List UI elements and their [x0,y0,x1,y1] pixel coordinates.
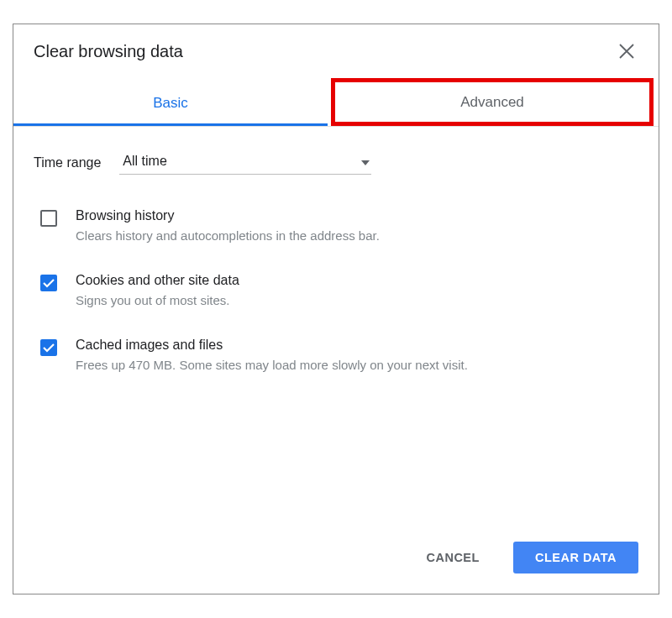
chevron-down-icon [361,154,370,169]
time-range-label: Time range [34,155,101,170]
tabs: Basic Advanced [13,81,659,126]
time-range-select[interactable]: All time [119,150,371,175]
dialog-footer: CANCEL CLEAR DATA [13,528,659,594]
option-text: Browsing history Clears history and auto… [76,208,638,244]
option-title: Cached images and files [76,338,638,353]
close-icon [619,44,634,59]
close-button[interactable] [615,39,638,63]
option-text: Cached images and files Frees up 470 MB.… [76,338,638,374]
option-text: Cookies and other site data Signs you ou… [76,273,638,309]
tab-basic[interactable]: Basic [13,81,328,126]
time-range-value: All time [123,154,166,169]
checkbox-browsing-history[interactable] [40,210,57,227]
option-title: Cookies and other site data [76,273,638,288]
cancel-button[interactable]: CANCEL [404,542,501,573]
option-browsing-history: Browsing history Clears history and auto… [34,208,638,244]
dialog-title: Clear browsing data [34,42,183,61]
checkbox-cached[interactable] [40,339,57,356]
option-description: Clears history and autocompletions in th… [76,227,638,244]
dialog-content: Time range All time Browsing history Cle… [13,127,659,528]
clear-data-button[interactable]: CLEAR DATA [513,542,638,573]
option-description: Signs you out of most sites. [76,291,638,309]
option-cookies: Cookies and other site data Signs you ou… [34,273,638,309]
dialog-header: Clear browsing data [13,24,659,71]
clear-browsing-data-dialog: Clear browsing data Basic Advanced Time … [13,24,659,594]
option-cached: Cached images and files Frees up 470 MB.… [34,338,638,374]
checkbox-cookies[interactable] [40,275,57,291]
time-range-row: Time range All time [34,150,638,175]
option-title: Browsing history [76,208,638,223]
option-description: Frees up 470 MB. Some sites may load mor… [76,356,638,374]
tab-advanced[interactable]: Advanced [331,78,654,126]
